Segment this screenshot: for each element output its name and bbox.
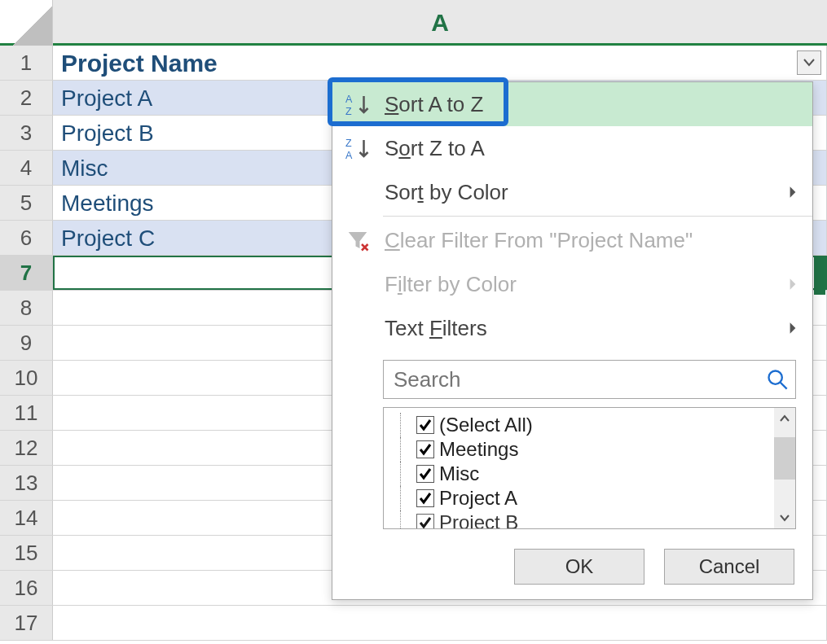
row-header-13[interactable]: 13 [0,466,53,500]
svg-text:A: A [345,150,353,161]
cell-a1[interactable]: Project Name [53,46,827,80]
filter-check-label: (Select All) [439,414,533,436]
svg-text:Z: Z [345,106,352,117]
row-header-1[interactable]: 1 [0,46,53,80]
chevron-down-icon [803,59,815,67]
row-header-10[interactable]: 10 [0,361,53,395]
sort-a-to-z-label: Sort A to Z [385,92,806,117]
row-header-15[interactable]: 15 [0,536,53,570]
filter-check-project-a[interactable]: Project A [400,486,771,510]
row-header-16[interactable]: 16 [0,571,53,605]
search-icon [766,368,789,391]
svg-point-4 [769,371,782,384]
sort-z-to-a-label: Sort Z to A [385,136,806,161]
selection-marker [814,257,825,295]
clear-filter-label: Clear Filter From "Project Name" [385,228,806,253]
filter-search-box[interactable] [383,360,796,399]
row-header-6[interactable]: 6 [0,221,53,255]
select-all-corner[interactable] [0,0,53,46]
cell-a17[interactable] [53,606,827,640]
filter-search-input[interactable] [392,366,766,393]
clear-filter: Clear Filter From "Project Name" [332,218,812,262]
column-header-a[interactable]: A [53,0,827,43]
sort-z-to-a[interactable]: ZA Sort Z to A [332,126,812,170]
row-header-12[interactable]: 12 [0,431,53,465]
submenu-arrow-icon [788,277,798,291]
scroll-down-button[interactable] [774,507,795,528]
row-header-11[interactable]: 11 [0,396,53,430]
clear-filter-icon [345,228,370,252]
scroll-thumb[interactable] [774,437,795,480]
filter-check-misc[interactable]: Misc [400,462,771,486]
filter-check-select-all[interactable]: (Select All) [400,413,771,437]
sort-a-to-z[interactable]: AZ Sort A to Z [332,82,812,126]
row-header-9[interactable]: 9 [0,326,53,360]
filter-check-label: Misc [439,462,479,485]
checkbox-icon [416,416,434,434]
submenu-arrow-icon [788,185,798,199]
sort-by-color[interactable]: Sort by Color [332,170,812,214]
checkbox-icon [416,514,434,528]
filter-list-scrollbar[interactable] [774,408,795,528]
filter-check-label: Meetings [439,438,518,461]
filter-by-color-label: Filter by Color [385,272,773,297]
row-header-3[interactable]: 3 [0,116,53,150]
cancel-button[interactable]: Cancel [664,549,794,585]
cell-a1-text: Project Name [61,50,218,77]
checkbox-icon [416,489,434,507]
row-header-2[interactable]: 2 [0,81,53,115]
checkbox-icon [416,440,434,458]
row-header-17[interactable]: 17 [0,606,53,640]
filter-check-project-b[interactable]: Project B [400,510,771,528]
row-header-14[interactable]: 14 [0,501,53,535]
row-header-5[interactable]: 5 [0,186,53,220]
filter-by-color: Filter by Color [332,262,812,306]
filter-values-list: (Select All) Meetings Misc Project A Pro [383,407,796,529]
text-filters-label: Text Filters [385,316,773,341]
svg-text:A: A [345,94,353,105]
row-header-8[interactable]: 8 [0,291,53,325]
row-header-4[interactable]: 4 [0,151,53,185]
menu-separator [383,216,812,217]
autofilter-dropdown: AZ Sort A to Z ZA Sort Z to A Sort by Co… [332,81,813,600]
sort-descending-icon: ZA [345,136,370,160]
filter-check-meetings[interactable]: Meetings [400,437,771,462]
ok-button[interactable]: OK [514,549,644,585]
sort-by-color-label: Sort by Color [385,180,773,205]
filter-check-label: Project B [439,511,518,528]
row-header-7[interactable]: 7 [0,256,53,290]
svg-text:Z: Z [345,138,352,149]
filter-dropdown-button[interactable] [797,50,821,75]
filter-check-label: Project A [439,487,517,510]
sort-ascending-icon: AZ [345,92,370,116]
checkbox-icon [416,465,434,483]
scroll-up-button[interactable] [774,408,795,429]
text-filters[interactable]: Text Filters [332,306,812,350]
submenu-arrow-icon [788,321,798,335]
